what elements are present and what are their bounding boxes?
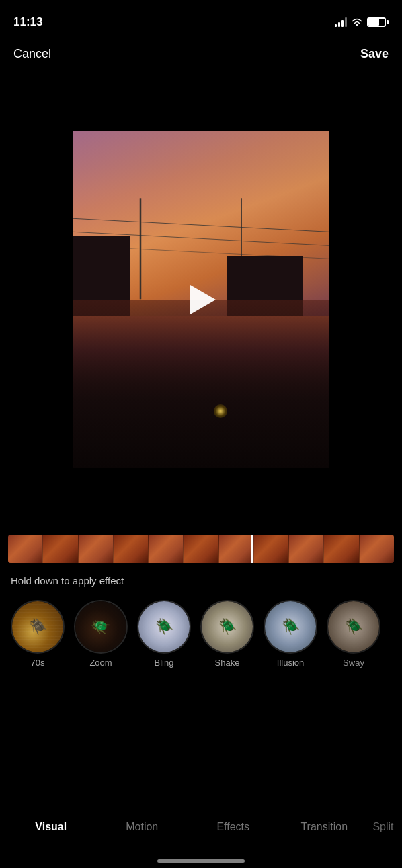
save-button[interactable]: Save (360, 47, 389, 61)
video-container (0, 71, 402, 528)
video-frame (73, 131, 329, 468)
tab-visual[interactable]: Visual (5, 813, 97, 841)
cancel-button[interactable]: Cancel (13, 47, 51, 61)
effect-thumb-zoom: 🪲 (74, 600, 128, 654)
play-icon (190, 285, 216, 314)
tab-split[interactable]: Split (370, 813, 397, 841)
wifi-icon (351, 17, 363, 27)
play-button[interactable] (181, 279, 221, 320)
home-indicator (157, 859, 245, 863)
effect-thumb-bling: 🪲 (137, 600, 191, 654)
effect-item-shake[interactable]: 🪲 Shake (200, 600, 254, 668)
help-text: Hold down to apply effect (0, 570, 402, 592)
tab-effects[interactable]: Effects (188, 813, 279, 841)
battery-icon (367, 17, 389, 27)
tab-motion[interactable]: Motion (97, 813, 188, 841)
effect-item-illusion[interactable]: 🪲 Illusion (264, 600, 317, 668)
effect-label-zoom: Zoom (89, 658, 112, 668)
effect-label-shake: Shake (215, 658, 240, 668)
effect-item-70s[interactable]: 🪲 70s (11, 600, 65, 668)
effect-item-zoom[interactable]: 🪲 Zoom (74, 600, 128, 668)
effect-thumb-sway: 🪲 (327, 600, 380, 654)
effect-thumb-70s: 🪲 (11, 600, 65, 654)
effects-strip: 🪲 70s 🪲 Zoom 🪲 Bling 🪲 Shake (0, 592, 402, 673)
bottom-tabs: Visual Motion Effects Transition Split (0, 813, 402, 841)
status-icons (335, 17, 389, 27)
effect-item-sway[interactable]: 🪲 Sway (327, 600, 380, 668)
signal-icon (335, 17, 347, 27)
effect-label-bling: Bling (155, 658, 174, 668)
effect-item-bling[interactable]: 🪲 Bling (137, 600, 191, 668)
timeline-playhead[interactable] (251, 535, 253, 563)
svg-point-0 (356, 24, 358, 26)
effect-label-illusion: Illusion (277, 658, 304, 668)
effect-label-sway: Sway (343, 658, 364, 668)
effect-thumb-shake: 🪲 (200, 600, 254, 654)
effect-thumb-illusion: 🪲 (264, 600, 317, 654)
status-bar: 11:13 (0, 0, 402, 36)
timeline-track[interactable] (8, 535, 394, 563)
effect-label-70s: 70s (31, 658, 45, 668)
tab-transition[interactable]: Transition (279, 813, 370, 841)
timeline-thumbnails (8, 535, 394, 563)
status-time: 11:13 (13, 15, 42, 29)
nav-bar: Cancel Save (0, 36, 402, 71)
timeline-container[interactable] (0, 528, 402, 570)
